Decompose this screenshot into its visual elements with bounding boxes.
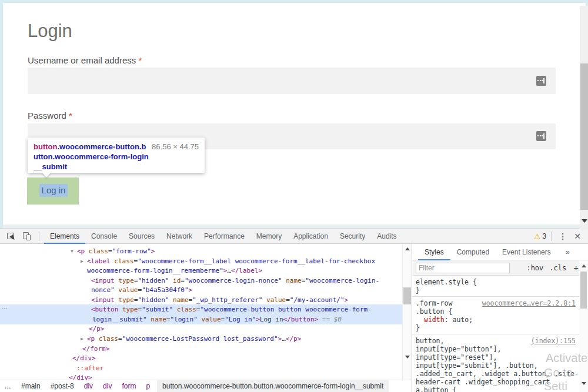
dom-tree-row[interactable]: </p> (89, 324, 105, 334)
tab-sources[interactable]: Sources (123, 229, 161, 244)
tooltip-arrow (42, 172, 51, 177)
tooltip-dimensions: 86.56 × 44.75 (152, 142, 199, 152)
styles-scrollbar[interactable] (579, 260, 588, 392)
scroll-up-arrow-icon[interactable] (582, 264, 586, 267)
selector-line: header-cart .widget_shopping_cart (416, 378, 579, 386)
dom-tree-row[interactable]: login__submit" name="login" value="Log i… (92, 314, 342, 324)
page-title: Login (28, 21, 72, 42)
tab-security[interactable]: Security (334, 229, 371, 244)
breadcrumb-item-selected[interactable]: button.woocommerce-button.button.woocomm… (157, 380, 389, 392)
tab-memory[interactable]: Memory (250, 229, 288, 244)
expand-arrow-open-icon[interactable]: ▼ (71, 246, 74, 256)
kebab-menu-icon[interactable]: ⋮ (559, 232, 567, 241)
inspect-element-icon[interactable] (6, 232, 16, 241)
dom-tree-row[interactable]: <button type="submit" class="woocommerce… (91, 304, 372, 314)
expand-arrow-closed-icon[interactable]: ▶ (81, 256, 83, 266)
dom-tree-row[interactable]: <input type="hidden" name="_wp_http_refe… (91, 295, 348, 305)
breadcrumb-item[interactable]: p (146, 382, 150, 390)
styles-filter-input[interactable] (416, 263, 510, 273)
password-label: Password * (28, 110, 72, 120)
styles-pane: element.style {}woocommerce…ver=2.2.8:1.… (412, 276, 579, 392)
login-button[interactable]: Log in (39, 184, 68, 197)
tab-performance[interactable]: Performance (198, 229, 250, 244)
sidebar-tab-computed[interactable]: Computed (450, 244, 496, 260)
tab-console[interactable]: Console (85, 229, 123, 244)
breadcrumb-item[interactable]: div (103, 382, 112, 390)
dom-tree-row[interactable]: <p class="woocommerce-LostPassword lost_… (87, 334, 301, 344)
sidebar-tab-styles[interactable]: Styles (418, 244, 450, 260)
selector-line: .added_to_cart, .widget a.button, .site- (416, 370, 579, 378)
breadcrumb-item[interactable]: #main (21, 382, 41, 390)
tab-elements[interactable]: Elements (44, 229, 85, 244)
scroll-down-arrow-icon[interactable] (405, 356, 410, 359)
selector-line: input[type="button"], (416, 345, 579, 353)
toolbar-divider (39, 232, 39, 241)
breadcrumb: …#main#post-8divdivformpbutton.woocommer… (0, 380, 412, 392)
selector-line: .button { (416, 307, 579, 316)
dom-tree-row[interactable]: ::after (76, 363, 103, 373)
dom-tree-row[interactable]: <p class="form-row"> (77, 246, 155, 256)
autofill-icon[interactable] (536, 131, 546, 141)
warning-count[interactable]: 3 (543, 232, 547, 240)
toolbar-divider (551, 232, 552, 241)
selector-line: input[type="submit"], .button, (416, 361, 579, 370)
page-scrollbar[interactable] (580, 6, 588, 230)
style-rule[interactable]: (index):155button,input[type="button"],i… (412, 334, 579, 392)
scroll-down-arrow-icon[interactable] (582, 219, 587, 223)
required-asterisk: * (69, 110, 72, 120)
toggle-class-button[interactable]: .cls (549, 264, 566, 272)
tab-application[interactable]: Application (288, 229, 334, 244)
dom-tree-row[interactable]: </form> (82, 344, 109, 354)
dom-tree-row[interactable]: </div> (69, 373, 92, 380)
selector-line: a.button { (416, 386, 579, 392)
css-property[interactable]: width: auto; (416, 316, 579, 324)
sidebar-tab-event-listeners[interactable]: Event Listeners (496, 244, 557, 260)
expand-arrow-closed-icon[interactable]: ▶ (81, 334, 83, 344)
page-scrollbar-thumb[interactable] (580, 63, 588, 210)
dom-tree-row[interactable]: <input type="hidden" id="woocommerce-log… (91, 276, 379, 286)
autofill-icon[interactable] (536, 76, 546, 86)
stylesheet-link[interactable]: (index):155 (531, 337, 576, 345)
scroll-up-arrow-icon[interactable] (405, 247, 410, 250)
breadcrumb-item[interactable]: #post-8 (51, 382, 74, 390)
tab-audits[interactable]: Audits (371, 229, 402, 244)
dom-tree-row[interactable]: woocommerce-form-login__rememberme">…</l… (87, 266, 262, 276)
elements-scrollbar-thumb[interactable] (403, 287, 411, 304)
username-input[interactable] (28, 68, 556, 94)
inspect-tooltip: button.woocommerce-button.b utton.woocom… (28, 138, 205, 173)
elements-scrollbar[interactable] (402, 244, 411, 380)
username-label: Username or email address * (28, 55, 142, 65)
tooltip-tag-name: button (34, 142, 57, 151)
device-toolbar-icon[interactable] (22, 232, 32, 241)
rule-close-brace: } (416, 324, 579, 332)
login-button-highlight-padding: Log in (27, 177, 79, 205)
styles-filter-bar: :hov .cls + (412, 260, 588, 276)
close-devtools-icon[interactable]: ✕ (574, 232, 581, 241)
new-style-rule-button[interactable]: + (573, 263, 579, 273)
selector-line: element.style { (416, 278, 579, 286)
devtools-toolbar: ElementsConsoleSourcesNetworkPerformance… (0, 229, 588, 244)
style-rule[interactable]: element.style {} (412, 276, 579, 297)
scroll-down-arrow-icon[interactable] (582, 382, 586, 385)
styles-scrollbar-thumb[interactable] (580, 272, 587, 309)
screenshot-root: Login Username or email address * Passwo… (0, 0, 588, 392)
breadcrumb-item[interactable]: … (4, 382, 11, 390)
elements-tree: ▼<p class="form-row">▶<label class="wooc… (0, 244, 402, 380)
dom-tree-row[interactable]: </div> (72, 353, 96, 363)
more-tabs-icon[interactable]: » (559, 244, 576, 260)
style-rule[interactable]: woocommerce…ver=2.2.8:1.form-row.button … (412, 297, 579, 334)
warning-icon[interactable]: ⚠ (534, 232, 541, 241)
sidebar-tabs: StylesComputedEvent Listeners» (412, 244, 588, 260)
dom-tree-row[interactable]: nonce" value="b4a5a304f0"> (91, 285, 192, 295)
tab-network[interactable]: Network (161, 229, 198, 244)
selector-line: input[type="reset"], (416, 353, 579, 361)
breadcrumb-item[interactable]: div (84, 382, 93, 390)
required-asterisk: * (138, 55, 142, 65)
stylesheet-link[interactable]: woocommerce…ver=2.2.8:1 (482, 299, 576, 307)
toggle-pseudo-button[interactable]: :hov (526, 264, 543, 272)
rule-close-brace: } (416, 286, 579, 294)
node-options-dots[interactable]: ⋯ (2, 305, 8, 311)
dom-tree-row[interactable]: <label class="woocommerce-form__label wo… (87, 256, 375, 266)
breadcrumb-item[interactable]: form (122, 382, 136, 390)
browser-viewport: Login Username or email address * Passwo… (0, 0, 588, 229)
